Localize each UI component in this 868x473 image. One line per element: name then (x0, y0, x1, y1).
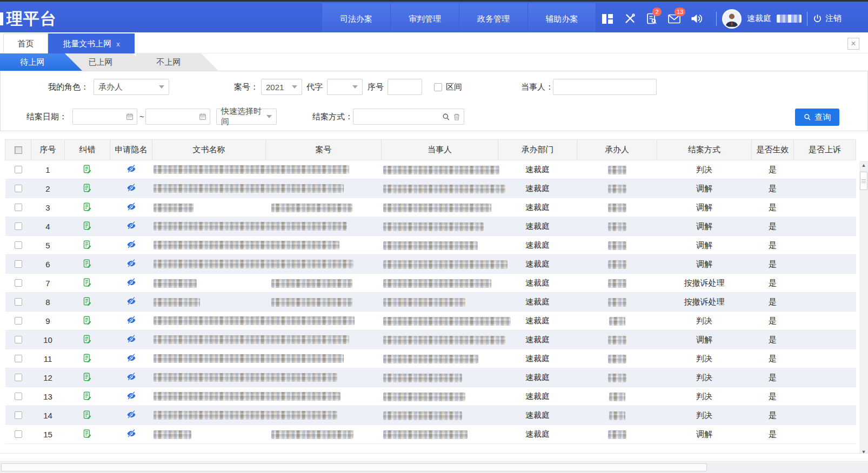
redacted-text (153, 204, 193, 212)
row-checkbox[interactable] (15, 430, 22, 438)
role-select[interactable]: 承办人 (94, 79, 169, 95)
eye-off-icon[interactable] (126, 259, 136, 268)
eye-off-icon[interactable] (126, 391, 136, 400)
eye-off-icon[interactable] (126, 165, 136, 173)
horizontal-scrollbar[interactable] (0, 462, 868, 473)
mail-icon[interactable]: 13 (667, 12, 680, 25)
row-select-cell (5, 274, 31, 293)
search-icon[interactable] (442, 113, 450, 121)
row-seq: 13 (31, 387, 65, 406)
case-word-select[interactable] (327, 79, 363, 95)
row-checkbox[interactable] (15, 374, 22, 381)
correction-edit-icon[interactable] (83, 278, 92, 287)
correction-edit-icon[interactable] (83, 353, 92, 363)
header-icon-group: 2 13 (601, 3, 703, 34)
quick-time-select[interactable]: 快速选择时间 (216, 109, 277, 125)
eye-off-icon[interactable] (126, 184, 136, 192)
row-checkbox[interactable] (15, 279, 22, 287)
vertical-scrollbar[interactable]: ▲ ▼ (859, 161, 868, 456)
row-correction-cell (65, 160, 110, 179)
redacted-text (608, 185, 626, 193)
row-checkbox[interactable] (15, 336, 22, 343)
eye-off-icon[interactable] (126, 240, 136, 249)
eye-off-icon[interactable] (126, 202, 136, 211)
range-checkbox[interactable] (434, 83, 442, 91)
calendar-icon[interactable] (126, 113, 133, 120)
row-checkbox[interactable] (15, 185, 22, 192)
correction-edit-icon[interactable] (83, 372, 92, 382)
eye-off-icon[interactable] (126, 335, 136, 343)
tools-icon[interactable] (623, 12, 636, 25)
row-department: 速裁庭 (498, 425, 577, 444)
close-method-input[interactable] (353, 109, 464, 125)
correction-edit-icon[interactable] (83, 259, 92, 268)
nav-item-judicial-case[interactable]: 司法办案 (322, 3, 390, 34)
eye-off-icon[interactable] (126, 221, 136, 230)
eye-off-icon[interactable] (126, 410, 136, 419)
eye-off-icon[interactable] (126, 316, 136, 325)
redacted-text (153, 260, 353, 268)
row-checkbox[interactable] (15, 222, 22, 230)
eye-off-icon[interactable] (126, 429, 136, 438)
dashboard-icon[interactable] (601, 12, 614, 25)
nav-item-assist-case[interactable]: 辅助办案 (528, 3, 596, 34)
calendar-icon[interactable] (199, 113, 206, 120)
correction-edit-icon[interactable] (83, 202, 92, 212)
correction-edit-icon[interactable] (83, 296, 92, 306)
vertical-scroll-thumb[interactable] (860, 172, 867, 190)
scroll-up-arrow[interactable]: ▲ (859, 161, 868, 170)
close-date-from-input[interactable] (72, 109, 137, 125)
row-department: 速裁庭 (498, 330, 577, 349)
correction-edit-icon[interactable] (83, 315, 92, 325)
year-select[interactable]: 2021 (261, 79, 302, 95)
eye-off-icon[interactable] (126, 354, 136, 362)
eye-off-icon[interactable] (126, 373, 136, 381)
user-name-redacted (777, 15, 802, 23)
select-all-checkbox[interactable] (15, 146, 22, 154)
nav-item-trial-management[interactable]: 审判管理 (390, 3, 459, 34)
row-checkbox[interactable] (15, 298, 22, 306)
eye-off-icon[interactable] (126, 278, 136, 287)
document-check-icon[interactable]: 2 (645, 12, 658, 25)
subtab-pending-publish[interactable]: 待上网 (0, 53, 82, 71)
row-anonymity-cell (110, 406, 152, 425)
row-seq: 5 (31, 236, 65, 255)
tab-home[interactable]: 首页 (3, 33, 48, 53)
row-checkbox[interactable] (15, 204, 22, 211)
case-seq-input[interactable] (388, 79, 422, 95)
speaker-icon[interactable] (690, 12, 703, 25)
query-button[interactable]: 查询 (795, 109, 839, 126)
eye-off-icon[interactable] (126, 297, 136, 306)
row-checkbox[interactable] (15, 411, 22, 419)
correction-edit-icon[interactable] (83, 221, 92, 231)
row-checkbox[interactable] (15, 355, 22, 362)
correction-edit-icon[interactable] (83, 334, 92, 344)
filter-panel: 我的角色： 承办人 案号： 2021 代字 序号 区间 当事人： 结案日期： ~… (0, 71, 868, 131)
row-checkbox[interactable] (15, 166, 22, 173)
correction-edit-icon[interactable] (83, 429, 92, 438)
close-date-to-input[interactable] (145, 109, 210, 125)
tab-batch-document-publish[interactable]: 批量文书上网x (48, 33, 135, 53)
row-checkbox[interactable] (15, 241, 22, 249)
table-row: 4 速裁庭 调解 是 (5, 217, 856, 236)
tab-close-icon[interactable]: x (116, 40, 120, 48)
correction-edit-icon[interactable] (83, 164, 92, 174)
nav-item-government-affairs[interactable]: 政务管理 (459, 3, 528, 34)
row-correction-cell (65, 179, 110, 198)
row-checkbox[interactable] (15, 317, 22, 325)
table-header-row: 序号 纠错 申请隐名 文书名称 案号 当事人 承办部门 承办人 结案方式 是否生… (5, 140, 856, 160)
avatar[interactable] (722, 9, 742, 29)
logout-button[interactable]: 注销 (813, 13, 842, 24)
table-bottom-strip (0, 453, 868, 462)
trash-icon[interactable] (453, 113, 460, 121)
correction-edit-icon[interactable] (83, 391, 92, 401)
correction-edit-icon[interactable] (83, 410, 92, 420)
row-checkbox[interactable] (15, 393, 22, 400)
row-checkbox[interactable] (15, 260, 22, 268)
correction-edit-icon[interactable] (83, 240, 92, 249)
party-input[interactable] (553, 79, 657, 95)
row-doc-name-redacted (152, 330, 266, 349)
panel-close-button[interactable]: × (847, 38, 859, 50)
correction-edit-icon[interactable] (83, 183, 92, 193)
horizontal-scroll-thumb[interactable] (1, 463, 707, 471)
